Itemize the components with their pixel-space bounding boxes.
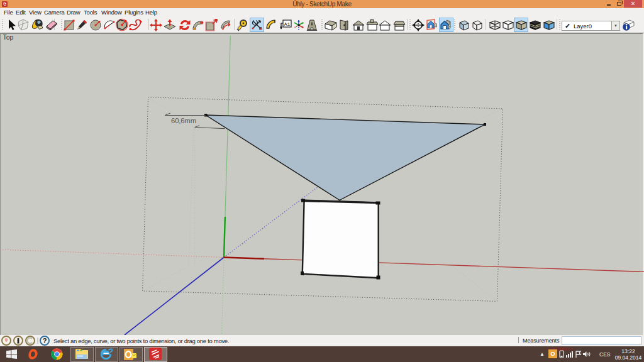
- svg-text:A1: A1: [284, 21, 290, 27]
- svg-text:Top: Top: [3, 33, 14, 41]
- svg-text:?: ?: [43, 337, 47, 344]
- svg-text:60,6mm: 60,6mm: [171, 117, 196, 124]
